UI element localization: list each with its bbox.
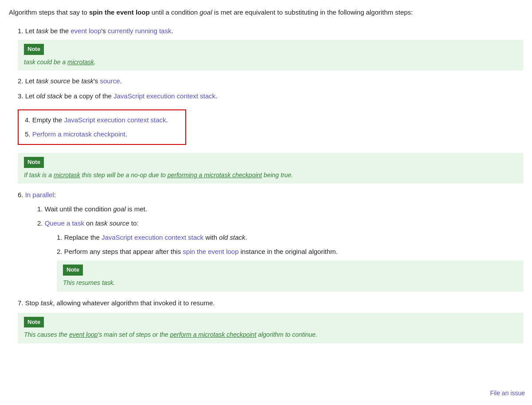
note-4-5-prefix: If — [24, 171, 29, 179]
event-loop-link-7[interactable]: event loop — [69, 331, 98, 338]
note-4-5-suffix: being true. — [262, 171, 293, 179]
js-stack-link-621[interactable]: JavaScript execution context stack — [102, 234, 203, 241]
note-4-5-label: Note — [24, 157, 44, 168]
step-3-content: 3. Let old stack be a copy of the JavaSc… — [18, 92, 217, 100]
step-1: 1. Let task be the event loop's currentl… — [18, 26, 523, 36]
note-6-2-2-italic: This resumes — [63, 279, 100, 286]
note-7-middle1: 's main set of steps or the — [98, 331, 170, 338]
steps-4-5-container: 4. Empty the JavaScript execution contex… — [18, 106, 523, 148]
step-4: 4. Empty the JavaScript execution contex… — [25, 115, 179, 125]
step-6: 6. In parallel: 1. Wait until the condit… — [18, 190, 523, 291]
note-1-text: task could be a microtask. — [24, 57, 517, 67]
js-stack-link-4[interactable]: JavaScript execution context stack — [64, 116, 166, 124]
note-4-5: Note If task is a microtask this step wi… — [18, 153, 523, 183]
step-4-content: 4. Empty the JavaScript execution contex… — [25, 116, 168, 124]
in-parallel-link[interactable]: In parallel — [25, 191, 54, 199]
step-7: 7. Stop task, allowing whatever algorith… — [18, 298, 523, 308]
intro-prefix: Algorithm steps that say to — [9, 8, 89, 16]
note-7-suffix: algorithm to continue. — [256, 331, 317, 338]
note-7-prefix: This causes the — [24, 331, 69, 338]
js-stack-link-3[interactable]: JavaScript execution context stack — [113, 92, 215, 100]
event-loop-link[interactable]: event loop — [70, 27, 101, 35]
intro-middle: until a condition — [150, 8, 200, 16]
note-6-2-2-label: Note — [63, 265, 83, 276]
step-5: 5. Perform a microtask checkpoint. — [25, 129, 179, 140]
intro-paragraph: Algorithm steps that say to spin the eve… — [9, 7, 523, 18]
step-6-2: 2. Queue a task on task source to: 1. Re… — [37, 218, 523, 291]
step-1-content: 1. Let task be the event loop's currentl… — [18, 27, 173, 35]
note-1: Note task could be a microtask. — [18, 40, 523, 70]
note-6-2-2: Note This resumes task. — [57, 261, 523, 291]
step-6-1-content: 1. Wait until the condition goal is met. — [37, 205, 147, 213]
step-6-2-1-content: 1. Replace the JavaScript execution cont… — [57, 234, 247, 241]
note-1-prefix: task — [24, 58, 37, 66]
intro-bold: spin the event loop — [89, 8, 150, 16]
microtask-link-45[interactable]: microtask — [54, 171, 80, 179]
intro-suffix: is met are equivalent to substituting in… — [212, 8, 413, 16]
step-6-1: 1. Wait until the condition goal is met. — [37, 204, 523, 214]
step-6-2-2: 2. Perform any steps that appear after t… — [57, 246, 523, 291]
note-4-5-text: If task is a microtask this step will be… — [24, 170, 517, 180]
steps-4-5-redbox: 4. Empty the JavaScript execution contex… — [18, 109, 186, 145]
currently-running-task-link[interactable]: currently running task — [108, 27, 171, 35]
step-7-content: 7. Stop task, allowing whatever algorith… — [18, 299, 215, 307]
step-6-2-1: 1. Replace the JavaScript execution cont… — [57, 232, 523, 243]
note-7-label: Note — [24, 317, 44, 328]
note-7-text: This causes the event loop's main set of… — [24, 330, 517, 339]
step-6-2-2-content: 2. Perform any steps that appear after t… — [57, 246, 523, 257]
note-6-2-2-text: This resumes task. — [63, 278, 517, 288]
source-link[interactable]: source — [100, 77, 120, 85]
note-1-italic: could be a — [37, 58, 68, 66]
intro-italic: goal — [200, 8, 212, 16]
step-2-content: 2. Let task source be task's source. — [18, 77, 122, 85]
note-1-label: Note — [24, 44, 44, 55]
note-1-suffix: . — [94, 58, 96, 66]
note-7: Note This causes the event loop's main s… — [18, 313, 523, 343]
step-5-content: 5. Perform a microtask checkpoint. — [25, 130, 127, 138]
step-2: 2. Let task source be task's source. — [18, 76, 523, 86]
note-4-5-middle2: this step will be a no-op due to — [80, 171, 168, 179]
microtask-checkpoint-link-45[interactable]: performing a microtask checkpoint — [168, 171, 262, 179]
queue-task-link[interactable]: Queue a task — [45, 219, 84, 227]
step-3: 3. Let old stack be a copy of the JavaSc… — [18, 91, 523, 101]
microtask-link-1[interactable]: microtask — [67, 58, 94, 66]
microtask-checkpoint-link-7[interactable]: perform a microtask checkpoint — [170, 331, 257, 338]
spin-event-loop-link-622[interactable]: spin the event loop — [183, 248, 239, 255]
step-6-header: 6. In parallel: — [18, 190, 523, 200]
step-6-2-header: 2. Queue a task on task source to: — [37, 218, 523, 229]
note-4-5-middle1: is a — [40, 171, 54, 179]
microtask-checkpoint-link-5[interactable]: Perform a microtask checkpoint — [32, 130, 125, 138]
